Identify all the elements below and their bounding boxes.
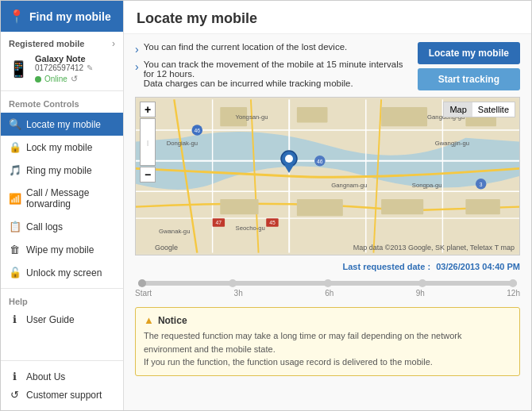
svg-text:Dongiak-gu: Dongiak-gu [167, 140, 198, 147]
map-zoom-controls: + | − [140, 102, 156, 182]
map-footer-left: Google [155, 244, 178, 252]
timeline-label-start: Start [135, 289, 152, 298]
svg-text:Gangnam-gu: Gangnam-gu [331, 182, 367, 189]
map-toggle: Map Satellite [443, 102, 515, 117]
nav-item-call[interactable]: 📶 Call / Message forwarding [1, 182, 123, 215]
zoom-out-button[interactable]: − [140, 167, 156, 182]
timeline-label-6h: 6h [325, 289, 333, 298]
nav-label-lock: Lock my mobile [26, 142, 92, 153]
registered-label: Registered mobile [9, 39, 84, 48]
device-number: 01726597412 [35, 63, 83, 72]
nav-label-userguide: User Guide [26, 314, 75, 325]
timeline-dot-2 [324, 279, 332, 287]
device-icon: 📱 [9, 60, 29, 79]
notice-title: Notice [158, 315, 187, 326]
zoom-in-button[interactable]: + [140, 102, 156, 117]
help-label: Help [9, 297, 115, 306]
svg-marker-37 [284, 165, 294, 173]
edit-icon[interactable]: ✎ [87, 63, 93, 72]
nav-item-wipe[interactable]: 🗑 Wipe my mobile [1, 238, 123, 261]
zoom-slider[interactable]: | [140, 118, 156, 166]
map-bg: Dongiak-gu Yongsan-gu Gangnam-gu Seocho-… [136, 98, 519, 255]
main-header: Locate my mobile [124, 1, 531, 34]
main-content: Locate my mobile › You can find the curr… [124, 1, 531, 410]
notice-line-2: If you run the function, the function us… [144, 357, 433, 367]
last-requested-value: 03/26/2013 04:40 PM [436, 262, 520, 271]
timeline-section: Start 3h 6h 9h 12h [135, 278, 520, 301]
bullet-icon-1: › [135, 43, 139, 56]
about-icon: ℹ [9, 371, 20, 382]
nav-label-calllogs: Call logs [26, 221, 63, 232]
info-row-2: › You can track the movement of the mobi… [135, 60, 410, 88]
calllogs-icon: 📋 [9, 221, 20, 232]
warning-icon: ▲ [144, 314, 154, 326]
nav-label-call: Call / Message forwarding [26, 187, 115, 209]
support-icon: ↺ [9, 389, 20, 401]
timeline-label-12h: 12h [507, 289, 520, 298]
remote-controls-label: Remote Controls [1, 91, 123, 113]
nav-item-ring[interactable]: 🎵 Ring my mobile [1, 159, 123, 182]
device-name: Galaxy Note [35, 54, 93, 63]
svg-text:Gwanak-gu: Gwanak-gu [159, 228, 190, 235]
svg-text:Yongsan-gu: Yongsan-gu [236, 113, 268, 121]
location-pin-icon: 📍 [9, 9, 25, 24]
info-row-1: › You can find the current location of t… [135, 42, 410, 56]
notice-header: ▲ Notice [144, 314, 511, 326]
info-col: › You can find the current location of t… [135, 42, 410, 88]
top-section: › You can find the current location of t… [135, 42, 520, 90]
nav-item-unlock[interactable]: 🔓 Unlock my screen [1, 261, 123, 284]
wipe-icon: 🗑 [9, 244, 20, 255]
last-requested: Last requested date : 03/26/2013 04:40 P… [135, 262, 520, 271]
map-svg: Dongiak-gu Yongsan-gu Gangnam-gu Seocho-… [136, 98, 519, 255]
svg-text:46: 46 [317, 159, 323, 164]
locate-button[interactable]: Locate my mobile [418, 42, 520, 64]
nav-item-about[interactable]: ℹ About Us [9, 367, 115, 386]
unlock-icon: 🔓 [9, 267, 20, 278]
svg-rect-14 [381, 107, 427, 126]
nav-label-about: About Us [26, 371, 65, 382]
main-body: › You can find the current location of t… [124, 34, 531, 410]
svg-rect-12 [297, 199, 343, 216]
svg-text:47: 47 [216, 220, 222, 225]
locate-icon: 🔍 [9, 118, 20, 130]
info-text-2: You can track the movement of the mobile… [144, 60, 410, 88]
sidebar-bottom: ℹ About Us ↺ Customer support [1, 360, 123, 410]
nav-item-support[interactable]: ↺ Customer support [9, 386, 115, 404]
nav-item-lock[interactable]: 🔒 Lock my mobile [1, 136, 123, 159]
nav-item-locate[interactable]: 🔍 Locate my mobile [1, 113, 123, 136]
sidebar-title: Find my mobile [29, 10, 111, 23]
registered-mobile-section: Registered mobile › 📱 Galaxy Note 017265… [1, 32, 123, 91]
nav-label-support: Customer support [26, 390, 102, 401]
timeline-slider[interactable] [138, 281, 517, 286]
timeline-dot-1 [229, 279, 237, 287]
help-section: Help ℹ User Guide [1, 288, 123, 332]
nav-item-calllogs[interactable]: 📋 Call logs [1, 215, 123, 238]
notice-body: The requested function may take a long t… [144, 329, 511, 369]
svg-text:45: 45 [269, 220, 276, 225]
status-text: Online [44, 75, 67, 83]
map-container: Dongiak-gu Yongsan-gu Gangnam-gu Seocho-… [135, 97, 520, 255]
last-requested-label: Last requested date : [342, 262, 430, 271]
timeline-label-3h: 3h [234, 289, 243, 298]
satellite-button[interactable]: Satellite [472, 102, 515, 117]
sidebar: 📍 Find my mobile Registered mobile › 📱 G… [1, 1, 124, 410]
timeline-dot-0 [138, 279, 146, 287]
notice-line-1: The requested function may take a long t… [144, 331, 462, 354]
track-button[interactable]: Start tracking [418, 68, 520, 90]
svg-text:Seocho-gu: Seocho-gu [236, 225, 265, 232]
nav-label-locate: Locate my mobile [26, 119, 101, 130]
sidebar-header: 📍 Find my mobile [1, 1, 123, 32]
nav-item-userguide[interactable]: ℹ User Guide [9, 310, 115, 328]
nav-label-wipe: Wipe my mobile [26, 244, 94, 255]
nav-label-unlock: Unlock my screen [26, 267, 102, 278]
action-buttons: Locate my mobile Start tracking [418, 42, 520, 90]
map-button[interactable]: Map [444, 102, 472, 117]
timeline-label-9h: 9h [416, 289, 425, 298]
refresh-icon[interactable]: ↺ [71, 74, 78, 84]
info-icon: ℹ [9, 313, 20, 325]
bullet-icon-2: › [135, 60, 139, 73]
info-text-1: You can find the current location of the… [144, 42, 348, 52]
svg-text:46: 46 [195, 128, 201, 133]
svg-rect-11 [220, 199, 258, 214]
nav-label-ring: Ring my mobile [26, 165, 92, 176]
